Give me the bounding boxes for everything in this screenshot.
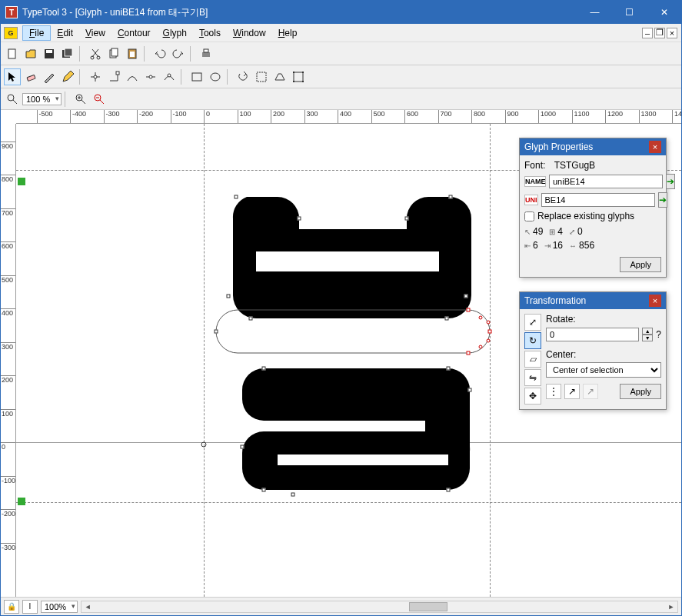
glyph-name-input[interactable] bbox=[549, 175, 663, 188]
glyph-canvas[interactable]: Glyph Properties× Font: TSTGugB NAME ➔ U… bbox=[16, 124, 681, 597]
select-all-icon[interactable] bbox=[253, 68, 270, 85]
transform-opt3-icon: ↗ bbox=[583, 384, 598, 399]
svg-point-19 bbox=[211, 73, 220, 81]
glyph-apply-button[interactable]: Apply bbox=[620, 257, 661, 272]
pen-tool-icon[interactable] bbox=[59, 68, 76, 85]
knife-tool-icon[interactable] bbox=[41, 68, 58, 85]
window-minimize-button[interactable]: — bbox=[577, 1, 612, 24]
menu-tools[interactable]: Tools bbox=[193, 26, 227, 40]
open-icon[interactable] bbox=[22, 45, 39, 62]
svg-rect-23 bbox=[302, 72, 304, 73]
svg-rect-21 bbox=[294, 72, 303, 82]
menu-glyph[interactable]: Glyph bbox=[157, 26, 193, 40]
eraser-tool-icon[interactable] bbox=[22, 68, 39, 85]
horizontal-ruler[interactable]: -500-400-300-200-10001002003004005006007… bbox=[16, 110, 681, 124]
replace-glyphs-checkbox[interactable] bbox=[524, 211, 534, 221]
transform-scale-icon[interactable]: ⤢ bbox=[524, 314, 541, 331]
svg-rect-0 bbox=[8, 49, 15, 58]
transform-mirror-icon[interactable]: ⇋ bbox=[524, 369, 541, 386]
menu-view[interactable]: View bbox=[79, 26, 111, 40]
unicode-apply-icon[interactable]: ➔ bbox=[658, 192, 667, 208]
copy-icon[interactable] bbox=[105, 45, 122, 62]
center-select[interactable]: Center of selection bbox=[546, 362, 661, 378]
mdi-close-button[interactable]: × bbox=[667, 28, 677, 38]
glyph-properties-title: Glyph Properties bbox=[524, 142, 649, 152]
app-window: T TypeTool 3 - [Glyph - uniBE14 from 태-구… bbox=[0, 0, 682, 616]
menu-help[interactable]: Help bbox=[272, 26, 304, 40]
print-icon[interactable] bbox=[198, 45, 215, 62]
scroll-left-icon[interactable]: ◄ bbox=[82, 601, 94, 612]
glyph-properties-close-icon[interactable]: × bbox=[649, 141, 661, 153]
glyph-menu-icon[interactable]: G bbox=[4, 27, 18, 39]
transform-apply-button[interactable]: Apply bbox=[620, 384, 661, 399]
svg-rect-12 bbox=[204, 49, 208, 52]
svg-rect-4 bbox=[65, 48, 72, 56]
rotate-stepper-down[interactable]: ▼ bbox=[642, 335, 653, 341]
paste-icon[interactable] bbox=[124, 45, 141, 62]
window-close-button[interactable]: ✕ bbox=[647, 1, 681, 24]
metric-c: 0 bbox=[577, 226, 583, 237]
smooth-node-icon[interactable] bbox=[161, 68, 178, 85]
transform-slant-icon[interactable]: ▱ bbox=[524, 351, 541, 368]
vertical-ruler[interactable]: 9008007006005004003002001000-100-200-300 bbox=[1, 124, 16, 597]
edit-toolbar bbox=[1, 65, 681, 88]
redo-icon[interactable] bbox=[170, 45, 187, 62]
saveall-icon[interactable] bbox=[59, 45, 76, 62]
scroll-thumb[interactable] bbox=[409, 602, 447, 611]
rotate-input[interactable] bbox=[546, 328, 639, 341]
cut-icon[interactable] bbox=[87, 45, 104, 62]
rect-tool-icon[interactable] bbox=[188, 68, 205, 85]
mdi-minimize-button[interactable]: – bbox=[642, 28, 653, 38]
name-apply-icon[interactable]: ➔ bbox=[666, 174, 675, 189]
status-text-icon[interactable]: I bbox=[22, 600, 38, 614]
svg-rect-11 bbox=[202, 52, 210, 57]
reverse-icon[interactable] bbox=[235, 68, 251, 85]
font-value: TSTGugB bbox=[554, 160, 595, 171]
rotate-stepper-up[interactable]: ▲ bbox=[642, 328, 653, 335]
zoom-tool-icon[interactable] bbox=[4, 91, 21, 108]
app-icon: T bbox=[5, 6, 18, 18]
replace-glyphs-label: Replace existing glyphs bbox=[537, 211, 634, 221]
save-icon[interactable] bbox=[41, 45, 58, 62]
zoom-in-icon[interactable] bbox=[72, 91, 89, 108]
metric-f: 856 bbox=[579, 240, 594, 251]
curve-node-icon[interactable] bbox=[124, 68, 141, 85]
bbox-icon[interactable] bbox=[290, 68, 307, 85]
new-icon[interactable] bbox=[4, 45, 21, 62]
status-lock-icon[interactable]: 🔒 bbox=[4, 600, 19, 614]
main-toolbar bbox=[1, 42, 681, 65]
mdi-restore-button[interactable]: ❐ bbox=[654, 28, 665, 38]
metric-a: 49 bbox=[533, 226, 543, 237]
svg-rect-2 bbox=[46, 50, 52, 53]
tangent-node-icon[interactable] bbox=[142, 68, 159, 85]
menu-contour[interactable]: Contour bbox=[111, 26, 157, 40]
menu-window[interactable]: Window bbox=[227, 26, 272, 40]
corner-node-icon[interactable] bbox=[105, 68, 122, 85]
unicode-input[interactable] bbox=[541, 193, 655, 207]
zoom-combo[interactable]: 100 % bbox=[22, 93, 62, 105]
transform-rotate-icon[interactable]: ↻ bbox=[524, 332, 541, 349]
window-maximize-button[interactable]: ☐ bbox=[612, 1, 647, 24]
work-area: -500-400-300-200-10001002003004005006007… bbox=[1, 110, 681, 597]
menu-edit[interactable]: Edit bbox=[51, 26, 79, 40]
transformation-close-icon[interactable]: × bbox=[649, 295, 661, 307]
ellipse-tool-icon[interactable] bbox=[207, 68, 224, 85]
horizontal-scrollbar[interactable]: ◄ ► bbox=[81, 601, 678, 613]
transform-opt1-icon[interactable]: ⋮ bbox=[546, 384, 561, 399]
status-zoom-combo[interactable]: 100% bbox=[41, 601, 78, 613]
scroll-right-icon[interactable]: ► bbox=[665, 601, 677, 612]
center-label: Center: bbox=[546, 349, 661, 360]
svg-point-16 bbox=[149, 75, 152, 78]
add-node-icon[interactable] bbox=[87, 68, 104, 85]
undo-icon[interactable] bbox=[151, 45, 168, 62]
transform-icon[interactable] bbox=[271, 68, 288, 85]
transform-opt2-icon[interactable]: ↗ bbox=[564, 384, 580, 399]
arrow-tool-icon[interactable] bbox=[4, 68, 21, 85]
rotate-label: Rotate: bbox=[546, 314, 661, 325]
glyph-properties-panel[interactable]: Glyph Properties× Font: TSTGugB NAME ➔ U… bbox=[519, 138, 667, 278]
menu-file[interactable]: File bbox=[22, 25, 51, 41]
transform-shift-icon[interactable]: ✥ bbox=[524, 388, 541, 405]
zoom-out-icon[interactable] bbox=[91, 91, 108, 108]
svg-point-17 bbox=[168, 74, 171, 77]
transformation-panel[interactable]: Transformation× ⤢ ↻ ▱ ⇋ ✥ Rotate: bbox=[519, 291, 667, 410]
